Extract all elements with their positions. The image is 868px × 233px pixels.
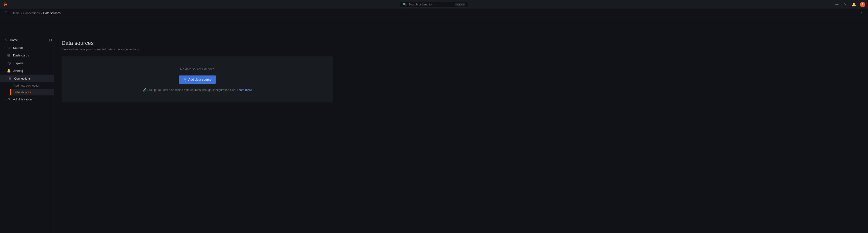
sidebar-item-connections[interactable]: ⌄ ⊕ Connections	[0, 75, 54, 82]
admin-icon: ⚙	[7, 97, 11, 101]
sidebar-panel-toggle[interactable]: ⊟	[49, 37, 52, 42]
sidebar-item-explore[interactable]: ◎ Explore	[0, 59, 54, 67]
breadcrumb-bar: ☰ Home › Connections › Data sources ↑	[0, 9, 868, 17]
sidebar-sub-add-connection[interactable]: Add new connection	[10, 82, 54, 89]
topbar-left	[3, 2, 8, 7]
help-button[interactable]: ?	[842, 2, 848, 7]
sidebar-item-alerting-label: Alerting	[13, 69, 51, 72]
sidebar-sub-add-connection-label: Add new connection	[13, 84, 40, 87]
topbar: 🔍 Search or jump to... cmd+k +▾ ? 🔔 A	[0, 0, 868, 9]
protip-learn-more-link[interactable]: Learn more	[237, 88, 252, 92]
breadcrumb-right: ↑	[859, 10, 864, 16]
protip-text: 🔗 ProTip: You can also define data sourc…	[143, 88, 252, 92]
empty-state-card: No data sources defined 🗄 Add data sourc…	[62, 56, 333, 103]
protip-message: ProTip: You can also define data sources…	[147, 88, 236, 92]
protip-icon: 🔗	[143, 88, 147, 92]
plus-icon: +▾	[835, 2, 839, 6]
breadcrumb-sep-1: ›	[21, 11, 22, 15]
sidebar-sub-data-sources[interactable]: Data sources	[10, 89, 54, 95]
sidebar-item-starred-label: Starred	[13, 46, 51, 50]
star-icon: ☆	[7, 46, 11, 50]
help-icon: ?	[844, 2, 846, 6]
alerting-icon: 🔔	[7, 69, 11, 73]
topbar-right: +▾ ? 🔔 A	[833, 1, 865, 7]
sidebar-item-administration[interactable]: › ⚙ Administration	[0, 95, 54, 103]
chevron-right-icon-admin: ›	[4, 98, 4, 100]
sidebar-item-home[interactable]: ⌂ Home ⊟	[0, 36, 54, 44]
page-title: Data sources	[62, 40, 861, 46]
breadcrumb-sep-2: ›	[41, 11, 42, 15]
connections-icon: ⊕	[8, 77, 12, 81]
sidebar: ⌂ Home ⊟ › ☆ Starred › ⊞ Dashboards ◎ Ex…	[0, 34, 54, 233]
bell-icon: 🔔	[852, 2, 856, 6]
chevron-right-icon-dashboards: ›	[4, 54, 4, 57]
database-icon: 🗄	[183, 78, 187, 81]
avatar[interactable]: A	[860, 2, 865, 7]
chevron-up-icon: ↑	[861, 11, 863, 15]
collapse-panel-button[interactable]: ↑	[859, 10, 864, 16]
notifications-button[interactable]: 🔔	[850, 1, 858, 7]
sidebar-item-home-label: Home	[10, 38, 51, 42]
sidebar-sub-data-sources-label: Data sources	[13, 90, 31, 94]
svg-point-1	[5, 4, 6, 5]
new-button[interactable]: +▾	[833, 1, 841, 7]
sidebar-item-dashboards[interactable]: › ⊞ Dashboards	[0, 52, 54, 59]
add-data-source-label: Add data source	[188, 78, 212, 81]
sidebar-item-dashboards-label: Dashboards	[13, 54, 51, 57]
page-subtitle: View and manage your connected data sour…	[62, 48, 861, 51]
search-shortcut: cmd+k	[455, 3, 465, 6]
app-layout: ⌂ Home ⊟ › ☆ Starred › ⊞ Dashboards ◎ Ex…	[0, 34, 868, 233]
empty-state-text: No data sources defined	[180, 67, 215, 71]
breadcrumb-home[interactable]: Home	[12, 11, 20, 15]
chevron-right-icon-alerting: ›	[4, 69, 4, 72]
grafana-logo	[3, 2, 8, 7]
dashboards-icon: ⊞	[7, 53, 11, 57]
sidebar-item-administration-label: Administration	[13, 98, 51, 101]
explore-icon: ◎	[7, 61, 11, 65]
chevron-right-icon-starred: ›	[4, 46, 4, 49]
topbar-search[interactable]: 🔍 Search or jump to... cmd+k	[400, 2, 468, 7]
sidebar-item-explore-label: Explore	[13, 61, 51, 65]
hamburger-icon: ☰	[4, 11, 8, 15]
breadcrumb-current: Data sources	[43, 11, 61, 15]
sidebar-item-connections-label: Connections	[14, 77, 51, 80]
add-data-source-button[interactable]: 🗄 Add data source	[179, 76, 216, 84]
search-placeholder: Search or jump to...	[408, 3, 454, 6]
chevron-down-icon-connections: ⌄	[4, 77, 6, 80]
main-content: Data sources View and manage your connec…	[54, 34, 868, 233]
connections-submenu: Add new connection Data sources	[0, 82, 54, 95]
menu-toggle-button[interactable]: ☰	[4, 10, 9, 16]
sidebar-item-alerting[interactable]: › 🔔 Alerting	[0, 67, 54, 75]
home-icon: ⌂	[4, 38, 8, 42]
search-icon: 🔍	[403, 3, 407, 6]
breadcrumb-connections[interactable]: Connections	[23, 11, 40, 15]
sidebar-item-starred[interactable]: › ☆ Starred	[0, 44, 54, 52]
